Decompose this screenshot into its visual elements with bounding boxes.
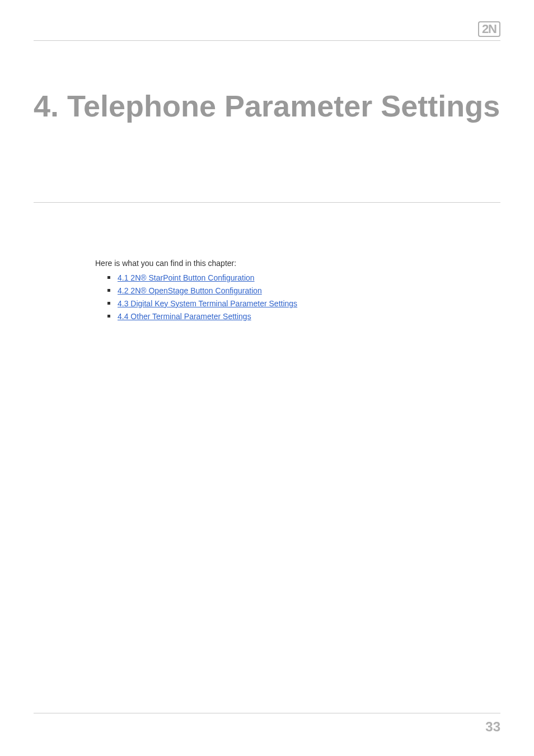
page-container: 2N 4. Telephone Parameter Settings Here … — [0, 0, 534, 756]
page-number: 33 — [485, 719, 500, 734]
list-item: 4.2 2N® OpenStage Button Configuration — [118, 285, 500, 297]
chapter-link[interactable]: 4.4 Other Terminal Parameter Settings — [118, 312, 251, 321]
content-area: Here is what you can find in this chapte… — [34, 259, 500, 756]
brand-logo-text: 2N — [482, 23, 496, 35]
chapter-link[interactable]: 4.2 2N® OpenStage Button Configuration — [118, 286, 262, 295]
header-bar: 2N — [34, 21, 500, 41]
list-item: 4.3 Digital Key System Terminal Paramete… — [118, 298, 500, 310]
chapter-link-list: 4.1 2N® StarPoint Button Configuration 4… — [95, 272, 500, 323]
brand-logo: 2N — [478, 21, 500, 37]
intro-text: Here is what you can find in this chapte… — [95, 259, 500, 268]
divider — [34, 202, 500, 203]
chapter-link[interactable]: 4.3 Digital Key System Terminal Paramete… — [118, 299, 297, 308]
list-item: 4.4 Other Terminal Parameter Settings — [118, 311, 500, 323]
chapter-link[interactable]: 4.1 2N® StarPoint Button Configuration — [118, 273, 255, 282]
list-item: 4.1 2N® StarPoint Button Configuration — [118, 272, 500, 284]
page-title: 4. Telephone Parameter Settings — [34, 86, 500, 127]
footer: 33 — [34, 713, 500, 735]
